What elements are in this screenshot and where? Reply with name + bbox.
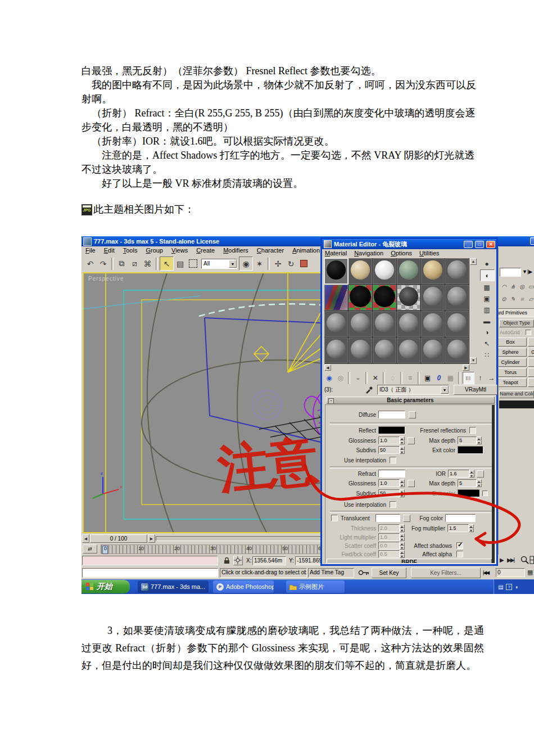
sphere-button[interactable]: Sphere xyxy=(498,348,527,357)
menu-material[interactable]: Material xyxy=(325,250,347,256)
cameras-category-icon[interactable]: ⌗ xyxy=(518,295,526,303)
menu-group[interactable]: Group xyxy=(146,247,163,255)
scroll-down-icon[interactable]: ▼ xyxy=(470,357,477,364)
sample-type-icon[interactable]: ● xyxy=(480,258,494,269)
translucent-map-button[interactable] xyxy=(403,515,410,522)
unlink-selection-icon[interactable]: ⧄ xyxy=(128,257,141,270)
maximize-button[interactable]: □ xyxy=(475,241,484,248)
scroll-up-icon[interactable]: ▲ xyxy=(470,258,477,265)
pick-material-eyedropper-icon[interactable] xyxy=(365,385,374,395)
spinner[interactable] xyxy=(400,479,405,487)
scroll-left-icon[interactable]: ◀ xyxy=(324,364,331,371)
torus-button[interactable]: Torus xyxy=(498,368,527,377)
selection-filter-dropdown[interactable]: All ▼ xyxy=(201,259,237,269)
use-interpolation-checkbox[interactable] xyxy=(390,501,396,508)
affect-shadows-checkbox[interactable] xyxy=(456,542,463,549)
menu-edit[interactable]: Edit xyxy=(104,247,115,255)
geometry-category-icon[interactable]: ⊙ xyxy=(500,295,508,303)
refract-exit-color-checkbox[interactable] xyxy=(482,490,488,496)
menu-file[interactable]: File xyxy=(85,247,96,255)
material-slot[interactable] xyxy=(324,311,348,337)
diffuse-color-swatch[interactable] xyxy=(378,411,405,418)
modify-tab-icon[interactable]: ◠ xyxy=(500,282,508,291)
select-and-link-icon[interactable]: ⧉ xyxy=(115,257,128,270)
background-icon[interactable]: ▦ xyxy=(480,282,494,292)
mini-trackview-icon[interactable]: ⇄ xyxy=(83,544,97,554)
taskbar-task-3dsmax[interactable]: 3d 777.max - 3ds ma... xyxy=(138,580,209,593)
material-slot[interactable] xyxy=(349,258,372,284)
menu-tools[interactable]: Tools xyxy=(123,247,138,255)
select-by-material-icon[interactable]: ↖ xyxy=(480,338,494,349)
fog-color-swatch[interactable] xyxy=(445,514,476,522)
translucent-checkbox[interactable] xyxy=(331,515,338,521)
current-frame-field[interactable]: 0 xyxy=(496,568,525,577)
minimize-button[interactable]: _ xyxy=(530,237,534,245)
spinner[interactable] xyxy=(400,550,405,558)
motion-tab-icon[interactable]: ◎ xyxy=(518,282,526,291)
thickness-field[interactable]: 2.0 xyxy=(378,524,400,532)
reset-map-icon[interactable]: ✕ xyxy=(370,372,381,384)
time-slider-handle[interactable]: 0 / 100 xyxy=(90,534,147,543)
spinner[interactable] xyxy=(400,524,405,532)
geosphere-button[interactable]: GeoSphere xyxy=(528,348,534,357)
zoom-icon[interactable] xyxy=(521,556,530,566)
material-slot[interactable] xyxy=(397,258,420,284)
dropdown-arrow-icon[interactable]: ▼ xyxy=(441,386,449,394)
rectangular-selection-region-icon[interactable] xyxy=(187,257,200,270)
brdf-rollout[interactable]: BRDF xyxy=(327,559,492,564)
spinner[interactable] xyxy=(400,542,405,550)
select-and-scale-icon[interactable] xyxy=(297,257,310,270)
refract-subdivs-field[interactable]: 50 xyxy=(378,489,400,497)
maxscript-input[interactable] xyxy=(82,568,218,578)
light-multiplier-field[interactable]: 1.0 xyxy=(378,533,400,541)
material-map-navigator-icon[interactable]: ∷ xyxy=(480,349,494,360)
diffuse-map-button[interactable] xyxy=(409,411,416,418)
material-name-dropdown[interactable]: ID3（ 正面 ） ▼ xyxy=(377,385,449,395)
make-unique-icon[interactable]: ≡ xyxy=(405,372,415,384)
time-slider-left-arrow-icon[interactable]: ◀ xyxy=(82,534,89,543)
named-selection-dropdown[interactable] xyxy=(500,268,521,277)
fog-multiplier-field[interactable]: 1.5 xyxy=(447,524,469,532)
menu-navigation[interactable]: Navigation xyxy=(354,250,383,256)
get-material-icon[interactable]: ◉ xyxy=(324,372,334,384)
material-slot[interactable] xyxy=(324,258,348,284)
ior-map-button[interactable] xyxy=(477,470,484,478)
show-map-in-viewport-icon[interactable]: ▦ xyxy=(445,372,456,384)
spinner[interactable] xyxy=(400,436,405,444)
menu-animation[interactable]: Animation xyxy=(292,247,320,255)
select-and-rotate-icon[interactable]: ↻ xyxy=(284,257,297,270)
menu-create[interactable]: Create xyxy=(196,247,215,255)
key-filters-button[interactable]: Key Filters... xyxy=(411,568,481,578)
put-material-to-scene-icon[interactable]: ◎ xyxy=(335,372,346,384)
name-and-color-rollout[interactable]: Name and Color xyxy=(499,390,534,398)
next-frame-icon[interactable]: ▶▶| xyxy=(507,557,514,563)
material-slot[interactable] xyxy=(397,285,420,310)
mirror-icon[interactable]: ▼|▶ xyxy=(522,269,532,274)
teapot-button[interactable]: Teapot xyxy=(498,378,527,387)
material-slot[interactable] xyxy=(324,338,348,363)
ior-field[interactable]: 1.6 xyxy=(448,470,469,478)
spinner[interactable] xyxy=(400,489,405,497)
viewport-label[interactable]: Perspective xyxy=(88,276,124,282)
material-slot[interactable] xyxy=(397,338,420,363)
material-slot[interactable] xyxy=(421,258,445,284)
make-preview-icon[interactable]: ▬ xyxy=(480,316,494,326)
material-slot[interactable] xyxy=(373,338,396,363)
absolute-mode-transform-icon[interactable] xyxy=(233,556,243,565)
reflect-exit-color-swatch[interactable] xyxy=(458,446,483,454)
select-object-icon[interactable]: ↖ xyxy=(160,256,174,271)
menu-options[interactable]: Options xyxy=(391,250,412,256)
object-type-rollout[interactable]: Object Type xyxy=(499,320,534,327)
parameters-scrollbar[interactable] xyxy=(492,405,495,563)
refract-exit-color-swatch[interactable] xyxy=(458,489,480,497)
material-slot[interactable] xyxy=(421,338,445,363)
menu-modifiers[interactable]: Modifiers xyxy=(223,247,248,255)
zoom-region-icon[interactable] xyxy=(530,556,534,566)
keyboard-layout-icon[interactable]: ▤ xyxy=(498,584,503,590)
taskbar-task-photoshop[interactable]: P Adobe Photoshop xyxy=(213,580,274,593)
material-slot[interactable] xyxy=(349,338,372,363)
spinner[interactable] xyxy=(400,446,405,454)
material-slot[interactable] xyxy=(373,285,396,310)
assign-material-to-selection-icon[interactable]: ◒ xyxy=(352,372,363,384)
undo-icon[interactable]: ↶ xyxy=(84,257,97,270)
